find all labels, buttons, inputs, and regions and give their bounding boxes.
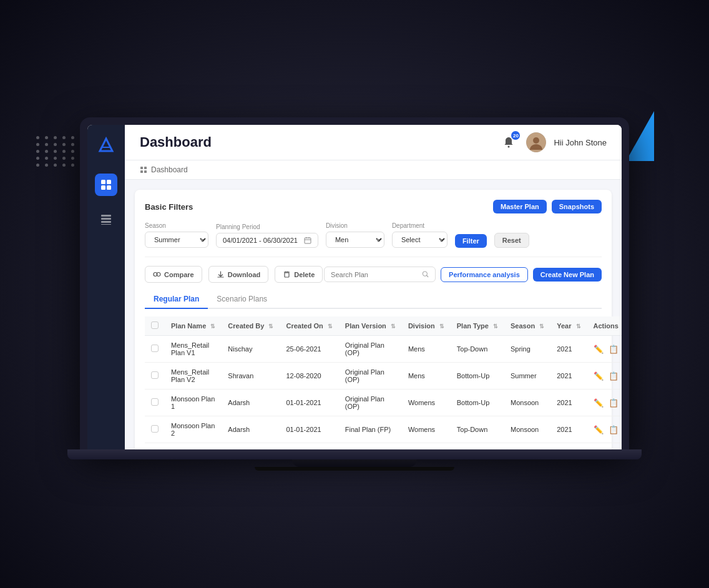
filter-header: Basic Filters Master Plan Snapshots [145,200,602,213]
cell-plan-name-1: Mens_Retail Plan V2 [165,363,222,390]
laptop-stand [292,459,417,467]
planning-period-field: Planning Period 04/01/2021 - 06/30/2021 [216,223,318,248]
department-select[interactable]: Select Dept 1 Dept 2 [392,232,447,248]
cell-created-by-4: Adarsh [222,443,280,450]
cell-year-1: 2021 [550,363,587,390]
sort-icon-plan-name[interactable]: ⇅ [210,323,215,330]
laptop-foot [255,467,454,471]
svg-rect-11 [140,167,143,169]
svg-rect-22 [285,273,289,277]
sort-icon-plan-version[interactable]: ⇅ [391,323,396,330]
user-greeting: Hii John Stone [554,138,607,147]
tab-regular-plan[interactable]: Regular Plan [145,290,208,309]
cell-plan-version-4: Final Plan (FP) [339,443,402,450]
master-plan-button[interactable]: Master Plan [493,200,547,213]
col-plan-name: Plan Name ⇅ [165,316,222,336]
copy-icon-3[interactable]: 📋 [609,425,619,434]
reset-button[interactable]: Reset [494,233,529,248]
action-icons-0: ✏️ 📋 [594,345,619,354]
cell-created-by-3: Adarsh [222,416,280,443]
dots-decoration [36,136,76,167]
cell-division-4: Womens [402,443,451,450]
division-field: Division Men Women Kids [326,222,384,248]
season-select[interactable]: Summer Winter Spring Monsoon [145,232,208,248]
svg-rect-1 [107,180,111,184]
compare-button[interactable]: Compare [145,266,202,283]
svg-rect-3 [107,185,111,190]
notification-badge: 20 [511,131,520,140]
cell-season-1: Summer [504,363,550,390]
cell-plan-version-2: Original Plan (OP) [339,390,402,416]
svg-rect-13 [140,170,143,173]
sort-icon-year[interactable]: ⇅ [576,323,581,330]
cell-division-2: Womens [402,390,451,416]
plans-table: Plan Name ⇅ Created By ⇅ Created On [145,316,622,449]
filter-row: Season Summer Winter Spring Monsoon [145,222,602,248]
row-checkbox-3[interactable] [151,425,159,433]
select-all-checkbox[interactable] [151,321,159,329]
planning-period-input[interactable]: 04/01/2021 - 06/30/2021 [216,233,318,248]
cell-season-0: Spring [504,336,550,363]
search-input[interactable] [331,271,418,278]
svg-rect-5 [101,218,111,220]
cell-created-on-3: 01-01-2021 [280,416,338,443]
edit-icon-2[interactable]: ✏️ [594,398,604,408]
row-checkbox-1[interactable] [151,371,159,379]
snapshots-button[interactable]: Snapshots [552,200,602,213]
col-year: Year ⇅ [550,316,587,336]
cell-created-by-0: Nischay [222,336,280,363]
cell-plan-name-2: Monsoon Plan 1 [165,390,222,416]
edit-icon-0[interactable]: ✏️ [594,345,604,354]
svg-line-27 [426,275,428,277]
cell-plan-version-1: Original Plan (OP) [339,363,402,390]
division-select[interactable]: Men Women Kids [326,232,384,248]
edit-icon-3[interactable]: ✏️ [594,425,604,434]
col-created-by: Created By ⇅ [222,316,280,336]
cell-year-3: 2021 [550,416,587,443]
copy-icon-0[interactable]: 📋 [609,345,619,354]
cell-division-1: Mens [402,363,451,390]
copy-icon-1[interactable]: 📋 [609,371,619,381]
svg-rect-0 [101,180,105,184]
col-created-on: Created On ⇅ [280,316,338,336]
cell-season-4: Monsoon [504,443,550,450]
delete-label: Delete [294,271,315,278]
page-title: Dashboard [140,134,212,150]
sidebar-logo[interactable] [96,135,116,155]
search-box[interactable] [324,267,436,282]
table-row: Mens_Retail Plan V1 Nischay 25-06-2021 O… [145,336,622,363]
performance-analysis-button[interactable]: Performance analysis [441,267,528,282]
compare-label: Compare [164,271,194,278]
table-row: Mens_Retail Plan V2 Shravan 12-08-2020 O… [145,363,622,390]
svg-rect-2 [101,185,105,190]
download-label: Download [228,271,261,278]
svg-point-8 [508,146,510,148]
cell-plan-version-3: Final Plan (FP) [339,416,402,443]
col-plan-type: Plan Type ⇅ [451,316,504,336]
copy-icon-2[interactable]: 📋 [609,398,619,408]
season-field: Season Summer Winter Spring Monsoon [145,222,208,248]
notification-bell[interactable]: 20 [499,132,519,152]
filter-button[interactable]: Filter [455,234,487,248]
sort-icon-created-by[interactable]: ⇅ [268,323,273,330]
sort-icon-season[interactable]: ⇅ [539,323,544,330]
cell-created-on-0: 25-06-2021 [280,336,338,363]
tab-scenario-plans[interactable]: Scenario Plans [208,290,276,309]
sort-icon-division[interactable]: ⇅ [439,323,444,330]
download-button[interactable]: Download [208,266,269,283]
cell-season-3: Monsoon [504,416,550,443]
create-new-plan-button[interactable]: Create New Plan [533,268,602,282]
sidebar-item-dashboard[interactable] [95,174,117,196]
cell-created-by-1: Shravan [222,363,280,390]
row-checkbox-0[interactable] [151,345,159,352]
sort-icon-created-on[interactable]: ⇅ [328,323,333,330]
cell-created-on-1: 12-08-2020 [280,363,338,390]
delete-button[interactable]: Delete [275,266,323,283]
svg-rect-15 [305,238,311,243]
edit-icon-1[interactable]: ✏️ [594,371,604,381]
cell-plan-name-4: Monsoon Plan 3 [165,443,222,450]
main-card: Basic Filters Master Plan Snapshots Seas… [135,190,612,449]
row-checkbox-2[interactable] [151,398,159,406]
sidebar-item-plans[interactable] [95,208,117,231]
sort-icon-plan-type[interactable]: ⇅ [493,323,498,330]
